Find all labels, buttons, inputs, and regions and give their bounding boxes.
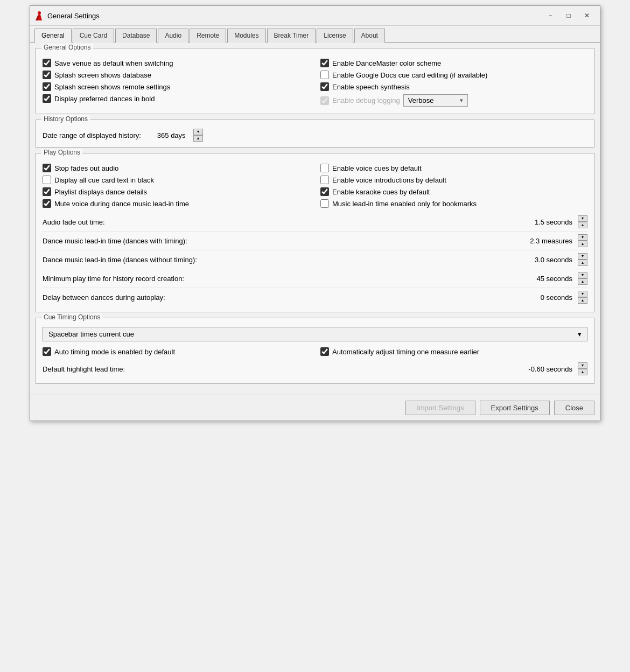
auto-timing-checkbox[interactable]	[43, 347, 51, 356]
dancemaster-checkbox[interactable]	[320, 59, 329, 67]
splash-database-checkbox[interactable]	[43, 71, 51, 79]
general-options-section: General Options Save venue as default wh…	[36, 48, 594, 114]
date-range-spinner: ▾ ▴	[193, 129, 203, 142]
tab-remote[interactable]: Remote	[190, 29, 226, 43]
import-settings-button[interactable]: Import Settings	[405, 401, 475, 415]
display-black-label[interactable]: Display all cue card text in black	[54, 176, 154, 184]
option-display-black: Display all cue card text in black	[43, 174, 310, 186]
close-button[interactable]: Close	[554, 401, 594, 415]
tab-about[interactable]: About	[354, 29, 385, 43]
leadin-no-timing-up-button[interactable]: ▴	[578, 260, 587, 266]
auto-timing-label[interactable]: Auto timing mode is enabled by default	[54, 348, 175, 356]
export-settings-button[interactable]: Export Settings	[480, 401, 550, 415]
verbose-arrow-icon: ▾	[460, 97, 463, 104]
tab-database[interactable]: Database	[115, 29, 157, 43]
audio-fade-spinner: ▾ ▴	[578, 215, 587, 228]
delay-between-down-button[interactable]: ▾	[578, 291, 587, 297]
playlist-dance-label[interactable]: Playlist displays dance details	[54, 188, 147, 196]
min-play-time-value: 45 seconds	[519, 275, 572, 283]
audio-fade-up-button[interactable]: ▴	[578, 222, 587, 228]
date-range-label: Date range of displayed history:	[43, 131, 141, 139]
numeric-delay-between: Delay between dances during autoplay: 0 …	[43, 288, 587, 306]
playlist-dance-checkbox[interactable]	[43, 187, 51, 196]
display-bold-checkbox[interactable]	[43, 94, 51, 103]
voice-intro-label[interactable]: Enable voice introductions by default	[332, 176, 446, 184]
dancemaster-label[interactable]: Enable DanceMaster color scheme	[332, 59, 441, 67]
cue-timing-dropdown[interactable]: Spacebar times current cue ▾	[43, 327, 587, 341]
tab-modules[interactable]: Modules	[227, 29, 265, 43]
display-bold-label[interactable]: Display preferred dances in bold	[54, 95, 155, 103]
splash-remote-label[interactable]: Splash screen shows remote settings	[54, 83, 170, 91]
google-docs-label[interactable]: Enable Google Docs cue card editing (if …	[332, 71, 487, 79]
google-docs-checkbox[interactable]	[320, 71, 329, 79]
option-voice-intro: Enable voice introductions by default	[320, 174, 587, 186]
highlight-lead-label: Default highlight lead time:	[43, 365, 519, 373]
option-adjust-timing: Automatically adjust timing one measure …	[320, 346, 587, 358]
karaoke-cues-checkbox[interactable]	[320, 187, 329, 196]
debug-logging-checkbox[interactable]	[320, 96, 329, 105]
verbose-value: Verbose	[408, 96, 434, 104]
speech-synthesis-label[interactable]: Enable speech synthesis	[332, 83, 410, 91]
karaoke-cues-label[interactable]: Enable karaoke cues by default	[332, 188, 430, 196]
option-save-venue: Save venue as default when switching	[43, 57, 310, 69]
cue-timing-dropdown-value: Spacebar times current cue	[48, 330, 134, 338]
option-display-bold: Display preferred dances in bold	[43, 93, 310, 104]
highlight-lead-down-button[interactable]: ▾	[578, 362, 587, 369]
leadin-timing-up-button[interactable]: ▴	[578, 241, 587, 247]
tab-license[interactable]: License	[317, 29, 353, 43]
delay-between-spinner: ▾ ▴	[578, 291, 587, 304]
play-options-right: Enable voice cues by default Enable voic…	[320, 162, 587, 209]
option-speech-synthesis: Enable speech synthesis	[320, 81, 587, 93]
maximize-button[interactable]: □	[560, 9, 577, 22]
splash-database-label[interactable]: Splash screen shows database	[54, 71, 151, 79]
stop-fades-checkbox[interactable]	[43, 164, 51, 172]
mute-voice-checkbox[interactable]	[43, 199, 51, 208]
main-window: General Settings − □ ✕ General Cue Card …	[30, 5, 600, 421]
option-playlist-dance: Playlist displays dance details	[43, 186, 310, 198]
general-options-title: General Options	[41, 44, 93, 51]
highlight-lead-up-button[interactable]: ▴	[578, 369, 587, 375]
stop-fades-label[interactable]: Stop fades out audio	[54, 164, 118, 172]
mute-voice-label[interactable]: Mute voice during dance music lead-in ti…	[54, 200, 189, 208]
save-venue-checkbox[interactable]	[43, 59, 51, 67]
save-venue-label[interactable]: Save venue as default when switching	[54, 59, 173, 67]
adjust-timing-label[interactable]: Automatically adjust timing one measure …	[332, 348, 479, 356]
cue-timing-checkboxes: Auto timing mode is enabled by default A…	[43, 346, 587, 358]
date-range-down-button[interactable]: ▾	[193, 129, 203, 135]
general-options-right: Enable DanceMaster color scheme Enable G…	[320, 57, 587, 108]
date-range-up-button[interactable]: ▴	[193, 135, 203, 142]
splash-remote-checkbox[interactable]	[43, 82, 51, 91]
leadin-no-timing-value: 3.0 seconds	[519, 256, 572, 264]
verbose-dropdown[interactable]: Verbose ▾	[403, 94, 468, 107]
leadin-no-timing-down-button[interactable]: ▾	[578, 253, 587, 260]
minimize-button[interactable]: −	[542, 9, 559, 22]
music-leadin-label[interactable]: Music lead-in time enabled only for book…	[332, 200, 477, 208]
play-options-grid: Stop fades out audio Display all cue car…	[43, 162, 587, 209]
min-play-time-down-button[interactable]: ▾	[578, 272, 587, 278]
close-window-button[interactable]: ✕	[578, 9, 596, 22]
voice-cues-label[interactable]: Enable voice cues by default	[332, 164, 422, 172]
speech-synthesis-checkbox[interactable]	[320, 82, 329, 91]
highlight-lead-spinner: ▾ ▴	[578, 362, 587, 375]
audio-fade-down-button[interactable]: ▾	[578, 215, 587, 222]
tab-audio[interactable]: Audio	[158, 29, 188, 43]
tab-cuecard[interactable]: Cue Card	[73, 29, 114, 43]
leadin-timing-value: 2.3 measures	[519, 237, 572, 245]
min-play-time-up-button[interactable]: ▴	[578, 278, 587, 285]
display-black-checkbox[interactable]	[43, 176, 51, 184]
svg-point-0	[38, 11, 41, 15]
option-mute-voice: Mute voice during dance music lead-in ti…	[43, 198, 310, 209]
voice-intro-checkbox[interactable]	[320, 176, 329, 184]
tab-general[interactable]: General	[34, 29, 72, 43]
delay-between-up-button[interactable]: ▴	[578, 297, 587, 304]
tab-breaktimer[interactable]: Break Timer	[267, 29, 316, 43]
option-google-docs: Enable Google Docs cue card editing (if …	[320, 69, 587, 81]
leadin-timing-down-button[interactable]: ▾	[578, 234, 587, 241]
cue-timing-title: Cue Timing Options	[41, 313, 102, 321]
cue-timing-dropdown-arrow-icon: ▾	[578, 330, 582, 338]
debug-logging-label: Enable debug logging	[332, 96, 400, 104]
adjust-timing-checkbox[interactable]	[320, 347, 329, 356]
music-leadin-checkbox[interactable]	[320, 199, 329, 208]
voice-cues-checkbox[interactable]	[320, 164, 329, 172]
option-splash-database: Splash screen shows database	[43, 69, 310, 81]
